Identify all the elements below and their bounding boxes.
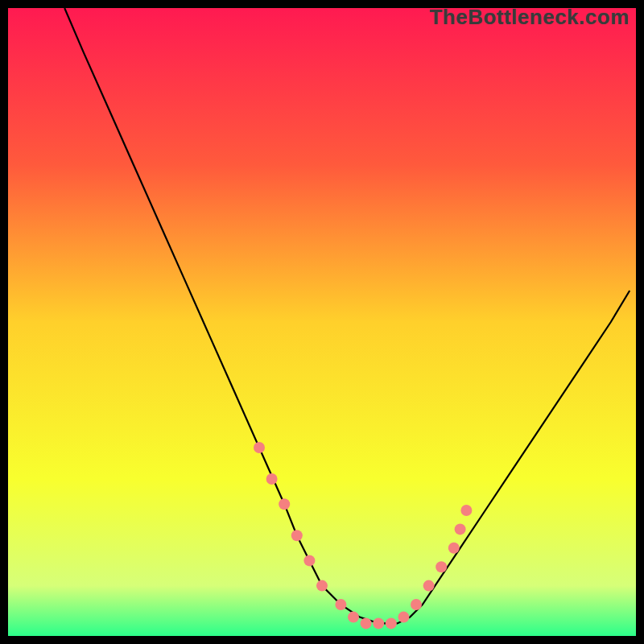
highlight-dot	[279, 498, 290, 510]
highlight-dot	[411, 599, 422, 610]
highlight-dot	[436, 561, 447, 572]
chart-svg	[8, 8, 636, 636]
highlight-dot	[291, 530, 303, 541]
highlight-dot	[423, 580, 435, 592]
chart-plot-area	[8, 8, 636, 636]
chart-frame: TheBottleneck.com	[0, 0, 644, 644]
highlight-dot	[266, 473, 278, 485]
chart-background	[8, 8, 636, 636]
highlight-dot	[460, 505, 472, 516]
highlight-dot	[373, 617, 384, 629]
highlight-dot	[254, 442, 265, 453]
highlight-dot	[398, 612, 409, 623]
highlight-dot	[303, 555, 315, 566]
highlight-dot	[448, 543, 460, 554]
highlight-dot	[348, 612, 359, 623]
highlight-dot	[455, 523, 466, 535]
watermark-text: TheBottleneck.com	[430, 5, 630, 30]
highlight-dot	[361, 617, 372, 629]
highlight-dot	[316, 580, 328, 592]
highlight-dot	[386, 617, 397, 629]
highlight-dot	[335, 599, 346, 610]
